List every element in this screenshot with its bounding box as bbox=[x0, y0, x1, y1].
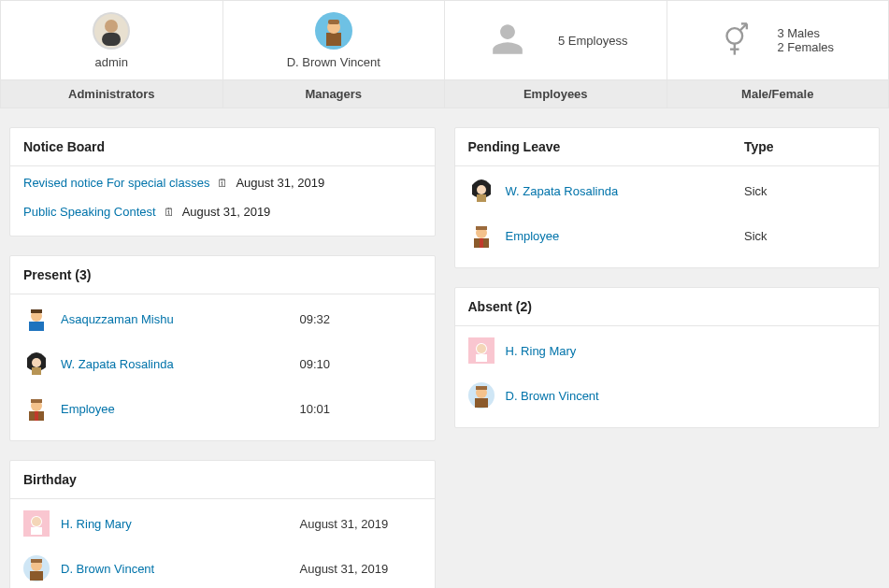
birthday-name[interactable]: D. Brown Vincent bbox=[61, 562, 154, 576]
absent-title: Absent (2) bbox=[468, 299, 532, 314]
avatar bbox=[23, 395, 50, 422]
pending-type: Sick bbox=[744, 184, 866, 198]
notice-date: August 31, 2019 bbox=[236, 176, 324, 190]
present-title: Present (3) bbox=[23, 267, 91, 282]
svg-rect-41 bbox=[476, 226, 487, 230]
pending-type: Sick bbox=[744, 229, 866, 243]
card-present: Present (3) Asaquzzaman Mishu 09:32 W. Z… bbox=[9, 255, 436, 441]
svg-rect-49 bbox=[476, 386, 487, 390]
calendar-icon: 🗓 bbox=[217, 177, 228, 190]
avatar bbox=[468, 337, 495, 364]
notice-row: Public Speaking Contest 🗓 August 31, 201… bbox=[10, 197, 435, 226]
top-stats-bar: admin Administrators D. Brown Vincent Ma… bbox=[0, 0, 889, 108]
present-time: 09:32 bbox=[300, 312, 422, 326]
avatar bbox=[23, 510, 50, 537]
present-name[interactable]: Employee bbox=[61, 402, 115, 416]
svg-rect-33 bbox=[31, 559, 42, 563]
present-time: 10:01 bbox=[300, 402, 422, 416]
birthday-name[interactable]: H. Ring Mary bbox=[61, 517, 132, 531]
svg-rect-36 bbox=[477, 194, 486, 202]
svg-rect-31 bbox=[30, 571, 43, 581]
birthday-title: Birthday bbox=[23, 472, 77, 487]
avatar-admin bbox=[93, 12, 130, 50]
stat-administrators[interactable]: admin Administrators bbox=[0, 0, 222, 108]
stat-males: 3 Males bbox=[777, 26, 834, 40]
svg-rect-29 bbox=[31, 527, 42, 535]
people-icon bbox=[483, 22, 532, 60]
absent-row: D. Brown Vincent bbox=[455, 373, 880, 418]
absent-name[interactable]: H. Ring Mary bbox=[506, 344, 577, 358]
birthday-row: D. Brown Vincent August 31, 2019 bbox=[10, 546, 435, 588]
stat-employee-footer: Employees bbox=[445, 79, 667, 108]
notice-row: Revised notice For special classes 🗓 Aug… bbox=[10, 168, 435, 197]
absent-row: H. Ring Mary bbox=[455, 328, 880, 373]
dashboard-grid: Notice Board Revised notice For special … bbox=[0, 108, 889, 588]
avatar bbox=[23, 306, 50, 332]
stat-gender-footer: Male/Female bbox=[667, 79, 889, 108]
svg-point-8 bbox=[727, 28, 743, 44]
notice-title: Notice Board bbox=[23, 139, 105, 154]
left-column: Notice Board Revised notice For special … bbox=[9, 127, 436, 588]
absent-name[interactable]: D. Brown Vincent bbox=[506, 389, 599, 403]
svg-rect-45 bbox=[476, 354, 487, 362]
card-notice-board: Notice Board Revised notice For special … bbox=[9, 127, 436, 237]
stat-females: 2 Females bbox=[777, 40, 834, 54]
stat-managers[interactable]: D. Brown Vincent Managers bbox=[222, 0, 445, 108]
present-name[interactable]: W. Zapata Rosalinda bbox=[61, 357, 174, 371]
avatar bbox=[468, 382, 495, 409]
stat-manager-footer: Managers bbox=[223, 79, 445, 108]
right-column: Pending Leave Type W. Zapata Rosalinda S… bbox=[454, 127, 881, 588]
stat-admin-footer: Administrators bbox=[1, 79, 222, 108]
birthday-date: August 31, 2019 bbox=[300, 517, 422, 531]
svg-point-2 bbox=[105, 20, 118, 33]
stat-employee-count: 5 Employess bbox=[558, 34, 627, 48]
pending-row: Employee Sick bbox=[455, 213, 880, 258]
present-row: Employee 10:01 bbox=[10, 386, 435, 431]
pending-row: W. Zapata Rosalinda Sick bbox=[455, 168, 880, 213]
stat-gender[interactable]: 3 Males 2 Females Male/Female bbox=[667, 0, 890, 108]
pending-title: Pending Leave bbox=[468, 139, 561, 154]
svg-point-19 bbox=[32, 358, 41, 367]
svg-rect-25 bbox=[31, 399, 42, 403]
calendar-icon: 🗓 bbox=[164, 206, 175, 219]
svg-rect-5 bbox=[326, 33, 341, 46]
svg-rect-47 bbox=[475, 398, 488, 408]
notice-date: August 31, 2019 bbox=[182, 205, 271, 219]
svg-rect-17 bbox=[31, 309, 42, 313]
birthday-row: H. Ring Mary August 31, 2019 bbox=[10, 501, 435, 546]
present-time: 09:10 bbox=[300, 357, 422, 371]
birthday-date: August 31, 2019 bbox=[300, 562, 422, 576]
avatar bbox=[468, 178, 495, 204]
avatar bbox=[23, 555, 50, 581]
pending-type-header: Type bbox=[744, 139, 866, 154]
card-absent: Absent (2) H. Ring Mary D. Brown Vincent bbox=[454, 287, 881, 428]
gender-icon bbox=[721, 22, 751, 60]
svg-rect-7 bbox=[328, 20, 339, 24]
svg-point-44 bbox=[477, 344, 486, 353]
svg-rect-20 bbox=[32, 367, 41, 375]
avatar-manager bbox=[315, 12, 352, 50]
svg-rect-23 bbox=[35, 411, 38, 421]
avatar bbox=[23, 351, 50, 377]
present-row: Asaquzzaman Mishu 09:32 bbox=[10, 296, 435, 341]
stat-employees[interactable]: 5 Employess Employees bbox=[444, 0, 667, 108]
notice-link[interactable]: Public Speaking Contest bbox=[23, 205, 156, 219]
avatar bbox=[468, 222, 495, 249]
svg-rect-3 bbox=[102, 33, 121, 46]
svg-rect-39 bbox=[480, 238, 483, 248]
pending-name[interactable]: W. Zapata Rosalinda bbox=[506, 184, 619, 198]
stat-manager-label: D. Brown Vincent bbox=[287, 55, 380, 69]
present-name[interactable]: Asaquzzaman Mishu bbox=[61, 312, 174, 326]
svg-point-35 bbox=[477, 185, 486, 194]
svg-point-28 bbox=[32, 517, 41, 526]
present-row: W. Zapata Rosalinda 09:10 bbox=[10, 341, 435, 386]
card-birthday: Birthday H. Ring Mary August 31, 2019 D.… bbox=[9, 460, 436, 588]
notice-link[interactable]: Revised notice For special classes bbox=[23, 176, 209, 190]
svg-rect-15 bbox=[29, 322, 44, 331]
pending-name[interactable]: Employee bbox=[506, 229, 560, 243]
stat-admin-label: admin bbox=[95, 55, 128, 69]
card-pending-leave: Pending Leave Type W. Zapata Rosalinda S… bbox=[454, 127, 881, 268]
